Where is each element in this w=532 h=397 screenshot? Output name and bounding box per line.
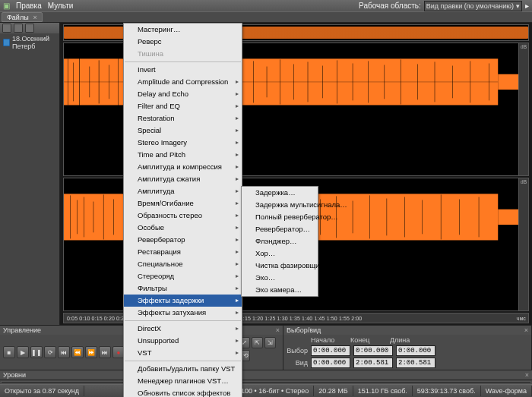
row-selection: Выбор xyxy=(287,347,308,354)
menu-item[interactable]: Обновить список эффектов xyxy=(124,387,242,397)
menu-item[interactable]: Менеджер плагинов VST… xyxy=(124,375,242,387)
levels-panel: Уровни× xyxy=(0,370,532,384)
sel-len-field[interactable]: 0:00.000 xyxy=(396,345,435,356)
menu-item[interactable]: Unsupported xyxy=(124,335,242,347)
forward-button[interactable]: ⏩ xyxy=(85,346,97,358)
audio-file-icon xyxy=(3,39,10,46)
zoom-in-point-button[interactable]: ⇲ xyxy=(264,337,276,348)
sel-start-field[interactable]: 0:00.000 xyxy=(311,345,350,356)
menu-edit[interactable]: Правка xyxy=(16,2,42,10)
submenu-item[interactable]: Задержка… xyxy=(242,187,318,199)
menu-item[interactable]: Special xyxy=(124,124,242,137)
svg-rect-35 xyxy=(470,61,471,102)
view-end-field[interactable]: 2:00.581 xyxy=(353,358,393,368)
status-mode: Wave-форма xyxy=(481,386,532,396)
files-toolbar xyxy=(0,23,59,33)
submenu-item[interactable]: Эхо… xyxy=(242,272,318,284)
panel-tab-strip: Файлы× xyxy=(0,11,532,23)
submenu-item[interactable]: Ревербератор… xyxy=(242,223,318,235)
file-name: 18.Осенний Петерб xyxy=(12,35,56,50)
menu-item[interactable]: Фильтры xyxy=(124,282,242,295)
play-button[interactable]: ▶ xyxy=(17,346,29,358)
svg-rect-44 xyxy=(93,202,94,233)
submenu-item[interactable]: Задержка мультисигнала… xyxy=(242,199,318,211)
menu-item[interactable]: Время/Огибание xyxy=(124,197,242,210)
status-disk: 151.10 ГБ своб. xyxy=(353,386,413,396)
svg-rect-7 xyxy=(99,60,100,103)
menu-item[interactable]: Добавить/удалить папку VST xyxy=(124,363,242,375)
file-item[interactable]: 18.Осенний Петерб xyxy=(0,33,59,52)
go-end-button[interactable]: ⏭ xyxy=(99,346,111,358)
svg-rect-65 xyxy=(369,195,370,238)
svg-rect-41 xyxy=(70,195,71,238)
go-start-button[interactable]: ⏮ xyxy=(58,346,70,358)
svg-rect-45 xyxy=(103,194,104,239)
menu-item[interactable]: Образность стерео xyxy=(124,210,242,222)
menu-item[interactable]: Delay and Echo xyxy=(124,88,242,100)
view-start-field[interactable]: 0:00.000 xyxy=(311,358,350,368)
menu-item[interactable]: Реставрация xyxy=(124,246,242,258)
menu-item[interactable]: Эффекты затухания xyxy=(124,307,242,319)
menu-item[interactable]: Stereo Imagery xyxy=(124,137,242,149)
svg-rect-43 xyxy=(84,197,84,237)
svg-rect-46 xyxy=(113,199,114,235)
col-start: Начало xyxy=(311,336,347,344)
submenu-item[interactable]: Эхо камера… xyxy=(242,284,318,296)
menu-item[interactable]: Мастеринг… xyxy=(124,24,242,36)
svg-rect-71 xyxy=(479,197,480,237)
close-icon[interactable]: × xyxy=(524,326,528,334)
rewind-button[interactable]: ⏪ xyxy=(71,346,84,358)
close-icon[interactable]: × xyxy=(276,326,280,334)
col-length: Длина xyxy=(390,336,426,344)
close-icon[interactable]: × xyxy=(525,371,529,379)
import-button[interactable] xyxy=(2,24,11,33)
view-len-field[interactable]: 2:00.581 xyxy=(396,358,435,368)
svg-rect-66 xyxy=(387,198,388,235)
svg-rect-21 xyxy=(253,61,254,102)
menu-item[interactable]: Time and Pitch xyxy=(124,149,242,161)
svg-rect-23 xyxy=(280,59,280,104)
submenu-item[interactable]: Полный ревербератор… xyxy=(242,211,318,223)
submenu-item[interactable]: Чистка фазировщика… xyxy=(242,260,318,272)
menu-item[interactable]: Реверс xyxy=(124,36,242,48)
menu-item[interactable]: Ревербератор xyxy=(124,234,242,246)
tab-files[interactable]: Файлы× xyxy=(2,12,43,22)
close-file-button[interactable] xyxy=(14,24,23,33)
menu-item[interactable]: Специальное xyxy=(124,258,242,270)
stop-button[interactable]: ■ xyxy=(3,346,15,358)
menu-item[interactable]: Restoration xyxy=(124,112,242,124)
row-view: Вид xyxy=(287,359,308,367)
effects-menu: Мастеринг…РеверсТишинаInvertAmplitude an… xyxy=(123,23,242,397)
menu-item[interactable]: Filter and EQ xyxy=(124,100,242,112)
submenu-item[interactable]: Флэнджер… xyxy=(242,235,318,247)
level-meter xyxy=(1,381,531,383)
menu-item[interactable]: DirectX xyxy=(124,323,242,335)
panel-title: Выбор/вид xyxy=(287,326,321,334)
menu-item[interactable]: Стереоряд xyxy=(124,270,242,282)
svg-rect-28 xyxy=(353,63,353,100)
insert-button[interactable] xyxy=(25,24,34,33)
status-open-time: Открыто за 0.87 секунд xyxy=(0,386,84,396)
submenu-item[interactable]: Хор… xyxy=(242,247,318,260)
menu-item[interactable]: Амплитуда xyxy=(124,185,242,197)
workspace-label: Рабочая область: xyxy=(359,2,421,10)
svg-rect-32 xyxy=(417,64,418,99)
sel-end-field[interactable]: 0:00.000 xyxy=(353,345,393,356)
pause-button[interactable]: ❚❚ xyxy=(30,346,43,358)
close-icon[interactable]: × xyxy=(33,14,37,21)
panel-title: Уровни xyxy=(3,371,26,379)
menu-item[interactable]: Эффекты задержки xyxy=(124,295,242,307)
menu-item[interactable]: Invert xyxy=(124,64,242,76)
menu-item[interactable]: Амплитуда и компрессия xyxy=(124,161,242,173)
zoom-selection-button[interactable]: ⇱ xyxy=(252,337,263,348)
menu-item[interactable]: VST xyxy=(124,347,242,359)
menu-item[interactable]: Амплитуда сжатия xyxy=(124,173,242,185)
loop-button[interactable]: ⟳ xyxy=(44,346,56,358)
workspace-menu-icon[interactable]: ▸ xyxy=(525,2,529,10)
chevron-down-icon: ▾ xyxy=(516,2,520,10)
menu-item[interactable]: Amplitude and Compression xyxy=(124,76,242,88)
workspace-select[interactable]: Вид правки (по умолчанию) ▾ xyxy=(424,1,522,11)
menu-multi[interactable]: Мульти xyxy=(48,2,74,10)
menu-item[interactable]: Особые xyxy=(124,222,242,234)
svg-rect-42 xyxy=(77,200,78,235)
